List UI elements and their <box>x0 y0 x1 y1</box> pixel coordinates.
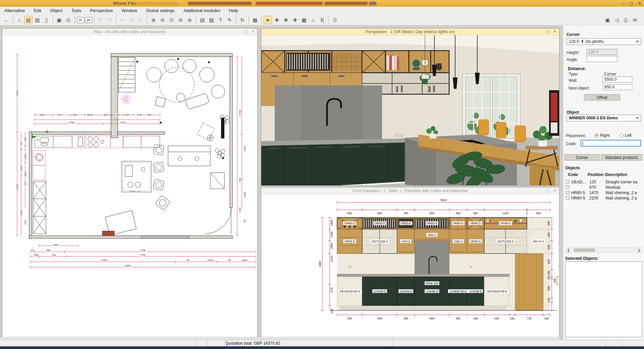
cell-position[interactable]: 120 <box>589 180 603 184</box>
close-icon[interactable]: ✕ <box>638 1 641 6</box>
elevation-canvas[interactable]: HR60-5HR60-5HR60-5HR60-5HR60-5HR60-5HR60… <box>261 194 559 337</box>
cell-code[interactable]: HR60-5 <box>571 190 587 195</box>
pn-button[interactable]: pn <box>85 17 92 23</box>
menu-alternative[interactable]: Alternative <box>0 7 29 15</box>
cursor-preset-dropdown[interactable]: 120.0 ⬆ On plinths <box>567 38 641 45</box>
height-field[interactable] <box>587 49 618 55</box>
angle-field[interactable] <box>587 56 618 62</box>
render-icon[interactable]: ⎙ <box>622 16 630 24</box>
maximize-icon[interactable]: ▢ <box>630 1 633 6</box>
objects-hscrollbar[interactable]: ❮ ❯ <box>566 247 642 253</box>
close-icon[interactable]: ✕ <box>553 30 556 34</box>
column-view-icon[interactable]: ▯ <box>42 16 51 24</box>
chevron-down-icon <box>636 117 639 119</box>
stamp-icon[interactable]: ⎙ <box>331 16 339 24</box>
grid-icon[interactable]: ▦ <box>300 16 308 24</box>
perspective-window-titlebar[interactable]: Perspective - 1 (VR Mode): Day (interior… <box>261 28 559 35</box>
cell-position[interactable]: 1470 <box>589 190 603 195</box>
move-object-icon[interactable]: ❖ <box>273 16 281 24</box>
menu-tools[interactable]: Tools <box>67 7 86 15</box>
wall-distance-field[interactable] <box>603 76 632 82</box>
save-icon[interactable]: ▣ <box>55 16 63 24</box>
elevation-window-titlebar[interactable]: Front Elevation - 1 : Wall - 1, Elevatio… <box>261 187 559 194</box>
sc-button[interactable]: sc <box>77 17 84 23</box>
menu-help[interactable]: Help <box>225 7 243 15</box>
print-icon[interactable]: ⎙ <box>64 16 72 24</box>
row-checkbox[interactable] <box>566 180 569 183</box>
measure-icon[interactable]: ‖| <box>318 16 326 24</box>
placement-left-radio[interactable]: Left <box>620 133 632 138</box>
scrollbar-thumb[interactable] <box>574 248 595 252</box>
freehand-icon[interactable]: ✎ <box>225 16 234 24</box>
row-checkbox[interactable] <box>566 185 569 189</box>
snapshot-icon[interactable]: ▣ <box>603 16 612 24</box>
cell-position[interactable]: 870 <box>589 185 603 190</box>
row-checkbox[interactable] <box>566 191 569 194</box>
minimize-icon[interactable]: ─ <box>622 1 625 6</box>
placement-right-radio[interactable]: Right <box>595 133 609 138</box>
elevation-view-icon[interactable]: ▤ <box>24 16 33 24</box>
redo-icon[interactable]: ↷ <box>106 16 114 24</box>
catalog-dropdown[interactable]: WINNER 0000-3 EN Demo <box>567 115 641 121</box>
maximize-icon[interactable]: ▢ <box>546 30 549 34</box>
scroll-left-icon[interactable]: ❮ <box>566 248 571 252</box>
offset-button[interactable]: Offset <box>584 94 620 101</box>
zoom-extents-icon[interactable]: ⊘ <box>176 16 185 24</box>
cell-description[interactable]: Wall shelving, 2 a <box>605 190 643 195</box>
maximize-icon[interactable]: ▢ <box>546 188 549 193</box>
plan-dim-label: 2350 <box>20 210 23 216</box>
standard-products-button[interactable]: Standard products <box>601 154 642 161</box>
annotation-icon[interactable]: ▧ <box>207 16 216 24</box>
menu-object[interactable]: Object <box>46 7 67 15</box>
zoom-out-icon[interactable]: ⊖ <box>158 16 167 24</box>
selected-objects-list[interactable] <box>565 261 642 337</box>
cell-description[interactable]: Straight corner ba <box>605 180 643 184</box>
rotate-object-icon[interactable]: ❖ <box>282 16 290 24</box>
row-checkbox[interactable] <box>566 196 569 199</box>
menu-perspective[interactable]: Perspective <box>86 7 117 15</box>
menu-edit[interactable]: Edit <box>29 7 45 15</box>
cell-code[interactable]: UEAD... <box>571 180 587 184</box>
calculator-icon[interactable]: ▦ <box>251 16 259 24</box>
perspective-canvas[interactable] <box>261 35 559 185</box>
menu-additional-modules[interactable]: Additional modules <box>179 7 225 15</box>
back-arrow-icon[interactable]: ← <box>2 16 11 24</box>
menu-window[interactable]: Window <box>117 7 142 15</box>
cell-description[interactable]: Worktop <box>605 185 643 190</box>
zoom-100-icon[interactable]: ⊙ <box>167 16 176 24</box>
undo-icon[interactable]: ↶ <box>97 16 105 24</box>
paste-icon[interactable]: ⎗ <box>137 16 145 24</box>
workspace-hscrollbar[interactable] <box>0 337 560 340</box>
text-icon[interactable]: T <box>216 16 225 24</box>
next-object-field[interactable] <box>603 84 632 90</box>
corner-button[interactable]: Corner <box>565 154 599 161</box>
cut-icon[interactable]: ✂ <box>118 16 127 24</box>
zoom-window-icon[interactable]: ⊚ <box>185 16 194 24</box>
pointer-icon[interactable]: ➤ <box>264 16 272 24</box>
svg-text:5500: 5500 <box>440 198 447 202</box>
mail-icon[interactable]: ✉ <box>631 16 639 24</box>
cell-code[interactable]: HR60-5 <box>571 196 587 200</box>
svg-text:650: 650 <box>347 212 352 215</box>
cell-position[interactable]: 2100 <box>589 196 603 200</box>
plan-dim-label: 650 <box>40 113 45 116</box>
list-view-icon[interactable]: ▥ <box>33 16 42 24</box>
delete-object-icon[interactable]: ❖ <box>291 16 299 24</box>
scroll-right-icon[interactable]: ❯ <box>637 248 641 252</box>
cell-description[interactable]: Wall shelving, 2 a <box>605 196 643 200</box>
close-icon[interactable]: ✕ <box>553 188 556 193</box>
plan-window-titlebar[interactable]: Plan - All units with codes and measures… <box>2 28 257 35</box>
code-field[interactable] <box>581 140 641 147</box>
menu-global-settings[interactable]: Global settings <box>142 7 179 15</box>
notes-icon[interactable]: ▤ <box>198 16 207 24</box>
maximize-icon[interactable]: ▢ <box>244 30 247 34</box>
refresh-icon[interactable]: ↻ <box>238 16 247 24</box>
plan-canvas[interactable]: 6509004505500450150300241818027501100300… <box>2 35 257 337</box>
close-icon[interactable]: ✕ <box>252 30 255 34</box>
export-icon[interactable]: ◁ <box>612 16 621 24</box>
walk-mode-icon[interactable]: ⌂ <box>309 16 317 24</box>
copy-icon[interactable]: ⎘ <box>127 16 136 24</box>
kitchen-3d-render <box>261 35 559 185</box>
plan-view-icon[interactable]: ⌂ <box>15 16 23 24</box>
zoom-in-icon[interactable]: ⊕ <box>149 16 158 24</box>
